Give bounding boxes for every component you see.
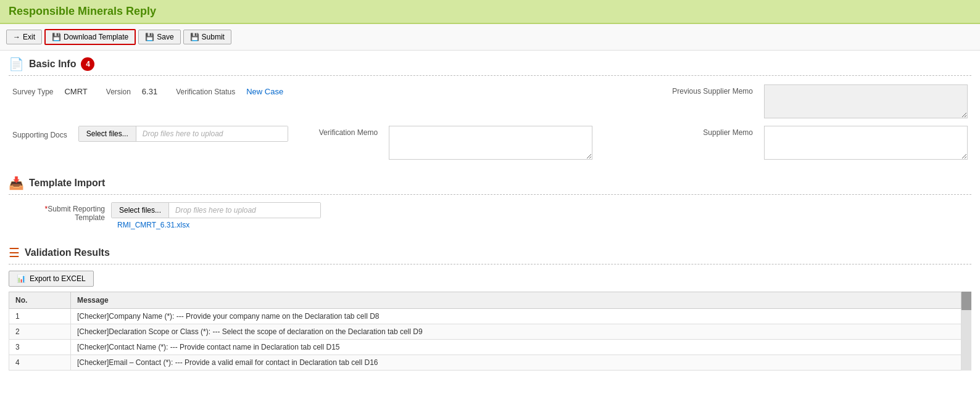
table-row: 1[Checker]Company Name (*): --- Provide … bbox=[9, 309, 971, 324]
submit-button[interactable]: 💾 Submit bbox=[183, 30, 231, 44]
page-title: Responsible Minerals Reply bbox=[9, 5, 156, 17]
supplier-memo-label: Supplier Memo bbox=[703, 126, 759, 137]
survey-type-group: Survey Type CMRT bbox=[12, 84, 88, 96]
submit-icon: 💾 bbox=[190, 33, 199, 41]
previous-supplier-memo-textarea[interactable] bbox=[764, 84, 968, 118]
submit-label: Submit bbox=[202, 33, 225, 41]
template-import-icon: 📥 bbox=[9, 176, 24, 191]
table-row: 2[Checker]Declaration Scope or Class (*)… bbox=[9, 324, 971, 340]
validation-table-wrapper: No. Message 1[Checker]Company Name (*): … bbox=[9, 292, 971, 371]
supporting-docs-drop-area: Drop files here to upload bbox=[136, 126, 288, 141]
row-message: [Checker]Contact Name (*): --- Provide c… bbox=[71, 340, 961, 355]
basic-info-title: Basic Info bbox=[29, 59, 76, 70]
download-icon: 💾 bbox=[52, 33, 61, 41]
submit-template-upload: Select files... Drop files here to uploa… bbox=[111, 202, 321, 218]
submit-template-row: *Submit ReportingTemplate Select files..… bbox=[12, 195, 968, 232]
verification-status-label: Verification Status bbox=[176, 85, 241, 96]
col-header-no: No. bbox=[9, 292, 71, 309]
row-no: 1 bbox=[9, 309, 71, 324]
template-import-title: Template Import bbox=[29, 178, 105, 189]
save-icon: 💾 bbox=[145, 33, 154, 41]
row-no: 3 bbox=[9, 340, 71, 355]
version-label: Version bbox=[106, 85, 137, 96]
export-excel-button[interactable]: 📊 Export to EXCEL bbox=[9, 271, 94, 287]
export-label: Export to EXCEL bbox=[30, 274, 86, 283]
exit-button[interactable]: → Exit bbox=[6, 30, 42, 44]
version-group: Version 6.31 bbox=[106, 84, 157, 96]
basic-info-badge: 4 bbox=[81, 57, 94, 71]
version-value: 6.31 bbox=[142, 84, 157, 96]
supplier-memo-group: Supplier Memo bbox=[703, 126, 968, 160]
row-message: [Checker]Email – Contact (*): --- Provid… bbox=[71, 355, 961, 371]
survey-type-label: Survey Type bbox=[12, 85, 59, 96]
save-button[interactable]: 💾 Save bbox=[138, 30, 180, 44]
exit-label: Exit bbox=[23, 33, 35, 41]
row-no: 4 bbox=[9, 355, 71, 371]
table-row: 4[Checker]Email – Contact (*): --- Provi… bbox=[9, 355, 971, 371]
validation-table: No. Message 1[Checker]Company Name (*): … bbox=[9, 292, 971, 371]
required-star: * bbox=[45, 205, 48, 213]
table-header-row: No. Message bbox=[9, 292, 971, 309]
previous-supplier-memo-label: Previous Supplier Memo bbox=[672, 84, 759, 96]
submit-template-drop-area: Drop files here to upload bbox=[169, 203, 320, 218]
scroll-thumb[interactable] bbox=[961, 292, 971, 310]
basic-info-row1: Survey Type CMRT Version 6.31 Verificati… bbox=[0, 76, 980, 122]
exit-icon: → bbox=[13, 33, 20, 41]
col-header-message: Message bbox=[71, 292, 961, 309]
supporting-docs-label: Supporting Docs bbox=[12, 128, 73, 139]
validation-results-content: 📊 Export to EXCEL No. Message 1[Checker]… bbox=[0, 271, 980, 371]
validation-results-section-header: ☰ Validation Results bbox=[0, 239, 980, 264]
validation-results-title: Validation Results bbox=[25, 247, 110, 258]
validation-results-icon: ☰ bbox=[9, 245, 20, 260]
basic-info-icon: 📄 bbox=[9, 57, 24, 72]
toolbar: → Exit 💾 Download Template 💾 Save 💾 Subm… bbox=[0, 24, 980, 51]
verification-memo-group: Verification Memo bbox=[319, 126, 592, 160]
supporting-docs-upload: Select files... Drop files here to uploa… bbox=[78, 126, 288, 142]
export-icon: 📊 bbox=[17, 274, 26, 283]
download-template-label: Download Template bbox=[64, 33, 128, 41]
scrollbar[interactable] bbox=[961, 292, 971, 371]
submit-template-label: *Submit ReportingTemplate bbox=[12, 202, 111, 222]
verification-memo-label: Verification Memo bbox=[319, 126, 384, 137]
verification-memo-textarea[interactable] bbox=[389, 126, 592, 160]
verification-status-value: New Case bbox=[246, 84, 283, 96]
save-label: Save bbox=[157, 33, 173, 41]
table-row: 3[Checker]Contact Name (*): --- Provide … bbox=[9, 340, 971, 355]
supporting-docs-select-btn[interactable]: Select files... bbox=[79, 126, 136, 141]
submit-template-upload-wrapper: Select files... Drop files here to uploa… bbox=[111, 202, 321, 229]
supplier-memo-textarea[interactable] bbox=[764, 126, 968, 160]
row-message: [Checker]Declaration Scope or Class (*):… bbox=[71, 324, 961, 340]
basic-info-section-header: 📄 Basic Info 4 bbox=[0, 51, 980, 75]
download-template-button[interactable]: 💾 Download Template bbox=[44, 29, 136, 45]
validation-results-divider bbox=[9, 264, 971, 264]
file-link[interactable]: RMI_CMRT_6.31.xlsx bbox=[117, 221, 321, 229]
template-import-section-header: 📥 Template Import bbox=[0, 170, 980, 194]
basic-info-row2: Supporting Docs Select files... Drop fil… bbox=[0, 122, 980, 170]
supporting-docs-group: Supporting Docs Select files... Drop fil… bbox=[12, 126, 288, 142]
submit-template-select-btn[interactable]: Select files... bbox=[112, 203, 169, 218]
template-import-content: *Submit ReportingTemplate Select files..… bbox=[0, 195, 980, 239]
previous-supplier-memo-group: Previous Supplier Memo bbox=[672, 84, 968, 118]
header-bar: Responsible Minerals Reply bbox=[0, 0, 980, 24]
row-message: [Checker]Company Name (*): --- Provide y… bbox=[71, 309, 961, 324]
survey-type-value: CMRT bbox=[64, 84, 87, 96]
verification-status-group: Verification Status New Case bbox=[176, 84, 283, 96]
row-no: 2 bbox=[9, 324, 71, 340]
